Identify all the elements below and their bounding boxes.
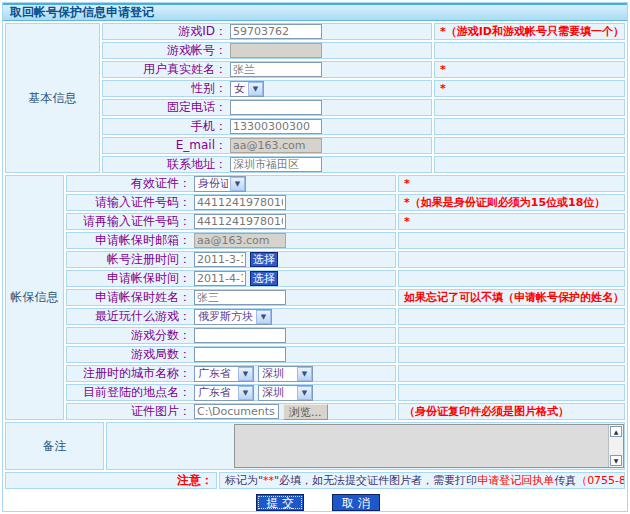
submit-button[interactable]: 提 交 <box>256 494 304 511</box>
form-row: 手机： <box>102 118 625 135</box>
form-section: 备注▲▼ <box>5 422 625 470</box>
protection-date-label: 申请帐保时间： <box>67 270 191 287</box>
application-window: 取回帐号保护信息申请登记 基本信息游戏ID：*（游戏ID和游戏帐号只需要填一个）… <box>2 2 628 512</box>
form-row: 性别：女▼* <box>102 80 625 97</box>
game-score-input[interactable] <box>194 328 286 343</box>
login-location-city-selected-value: 深圳 <box>262 385 295 400</box>
id-image-note: （身份证复印件必须是图片格式） <box>398 403 625 420</box>
real-name-label: 用户真实姓名： <box>103 61 227 78</box>
login-location-note <box>398 384 625 401</box>
remark-textarea[interactable]: ▲▼ <box>234 424 624 468</box>
section-label: 帐保信息 <box>5 175 64 420</box>
remark-row: ▲▼ <box>106 422 625 470</box>
section-label: 备注 <box>5 422 104 470</box>
dropdown-arrow-icon[interactable]: ▼ <box>230 177 245 191</box>
login-location-label: 目前登陆的地点名： <box>67 384 191 401</box>
dropdown-arrow-icon[interactable]: ▼ <box>238 386 253 400</box>
scroll-up-icon[interactable]: ▲ <box>610 426 622 437</box>
form-row: 用户真实姓名：* <box>102 61 625 78</box>
contact-address-label: 联系地址： <box>103 156 227 173</box>
dropdown-arrow-icon[interactable]: ▼ <box>238 367 253 381</box>
gender-note: * <box>434 80 625 97</box>
dropdown-arrow-icon[interactable]: ▼ <box>297 367 312 381</box>
form-row: 申请帐保时姓名：如果忘记了可以不填（申请帐号保护的姓名） <box>66 289 625 306</box>
id-number-note: *（如果是身份证则必须为15位或18位） <box>398 194 625 211</box>
register-date-input[interactable] <box>194 252 246 267</box>
game-id-input[interactable] <box>230 24 322 39</box>
register-city-note <box>398 365 625 382</box>
login-location-city-select[interactable]: 深圳▼ <box>258 385 313 401</box>
id-number-confirm-input[interactable] <box>194 214 286 229</box>
form-row: 申请帐保时间：选择 <box>66 270 625 287</box>
id-number-confirm-label: 请再输入证件号码： <box>67 213 191 230</box>
form-row: 申请帐保时邮箱： <box>66 232 625 249</box>
game-account-note <box>434 42 625 59</box>
gender-select[interactable]: 女▼ <box>230 81 264 97</box>
game-rounds-input[interactable] <box>194 347 286 362</box>
notice-text-part: （0755-83364236） <box>576 473 625 488</box>
id-image-browse-button[interactable]: 浏览... <box>283 404 328 420</box>
id-image-label: 证件图片： <box>67 403 191 420</box>
protection-date-picker-button[interactable]: 选择 <box>250 271 278 286</box>
dropdown-arrow-icon[interactable]: ▼ <box>297 386 312 400</box>
action-buttons: 提 交 取 消 <box>78 491 558 511</box>
mobile-input[interactable] <box>230 119 322 134</box>
notice-text-part: 传真 <box>554 473 576 488</box>
gender-label: 性别： <box>103 80 227 97</box>
notice-text-part: "必填，如无法提交证件图片者，需要打印 <box>274 473 477 488</box>
form-row: 请再输入证件号码：* <box>66 213 625 230</box>
real-name-input[interactable] <box>230 62 322 77</box>
id-type-selected-value: 身份证 <box>198 176 228 191</box>
recent-game-selected-value: 俄罗斯方块 <box>198 309 254 324</box>
id-number-confirm-note: * <box>398 213 625 230</box>
register-city-province-selected-value: 广东省 <box>198 366 236 381</box>
remark-scrollbar[interactable]: ▲▼ <box>608 425 623 467</box>
form-row: 游戏局数： <box>66 346 625 363</box>
form-section: 帐保信息有效证件：身份证▼*请输入证件号码：*（如果是身份证则必须为15位或18… <box>5 175 625 420</box>
login-location-province-select[interactable]: 广东省▼ <box>194 385 254 401</box>
contact-address-note <box>434 156 625 173</box>
section-label: 基本信息 <box>5 23 100 173</box>
login-location-province-selected-value: 广东省 <box>198 385 236 400</box>
game-id-note: *（游戏ID和游戏帐号只需要填一个） <box>434 23 625 40</box>
id-type-note: * <box>398 175 625 192</box>
notice-row: 注意： 标记为"**"必填，如无法提交证件图片者，需要打印申请登记回执单传真（0… <box>5 472 625 489</box>
register-date-picker-button[interactable]: 选择 <box>250 252 278 267</box>
game-rounds-label: 游戏局数： <box>67 346 191 363</box>
protection-date-input[interactable] <box>194 271 246 286</box>
id-image-input[interactable] <box>194 404 279 419</box>
protection-name-input[interactable] <box>194 290 286 305</box>
form-row: 请输入证件号码：*（如果是身份证则必须为15位或18位） <box>66 194 625 211</box>
protection-email-label: 申请帐保时邮箱： <box>67 232 191 249</box>
protection-email-input <box>194 233 286 248</box>
game-account-input <box>230 43 322 58</box>
register-city-province-select[interactable]: 广东省▼ <box>194 366 254 382</box>
form-row: 联系地址： <box>102 156 625 173</box>
form-row: 游戏分数： <box>66 327 625 344</box>
gender-selected-value: 女 <box>234 81 246 96</box>
form-row: 游戏ID：*（游戏ID和游戏帐号只需要填一个） <box>102 23 625 40</box>
register-city-city-select[interactable]: 深圳▼ <box>258 366 313 382</box>
dropdown-arrow-icon[interactable]: ▼ <box>256 310 271 324</box>
form-row: 注册时的城市名称：广东省▼深圳▼ <box>66 365 625 382</box>
contact-address-input[interactable] <box>230 157 322 172</box>
recent-game-note <box>398 308 625 325</box>
game-score-note <box>398 327 625 344</box>
cancel-button[interactable]: 取 消 <box>332 494 380 511</box>
real-name-note: * <box>434 61 625 78</box>
game-score-label: 游戏分数： <box>67 327 191 344</box>
scroll-down-icon[interactable]: ▼ <box>610 455 622 466</box>
id-type-label: 有效证件： <box>67 175 191 192</box>
dropdown-arrow-icon[interactable]: ▼ <box>248 82 263 96</box>
protection-email-note <box>398 232 625 249</box>
mobile-label: 手机： <box>103 118 227 135</box>
form-row: 游戏帐号： <box>102 42 625 59</box>
recent-game-select[interactable]: 俄罗斯方块▼ <box>194 309 272 325</box>
landline-input[interactable] <box>230 100 322 115</box>
game-id-label: 游戏ID： <box>103 23 227 40</box>
id-number-input[interactable] <box>194 195 286 210</box>
recent-game-label: 最近玩什么游戏： <box>67 308 191 325</box>
form-section: 基本信息游戏ID：*（游戏ID和游戏帐号只需要填一个）游戏帐号：用户真实姓名：*… <box>5 23 625 173</box>
form-row: 有效证件：身份证▼* <box>66 175 625 192</box>
id-type-select[interactable]: 身份证▼ <box>194 176 246 192</box>
